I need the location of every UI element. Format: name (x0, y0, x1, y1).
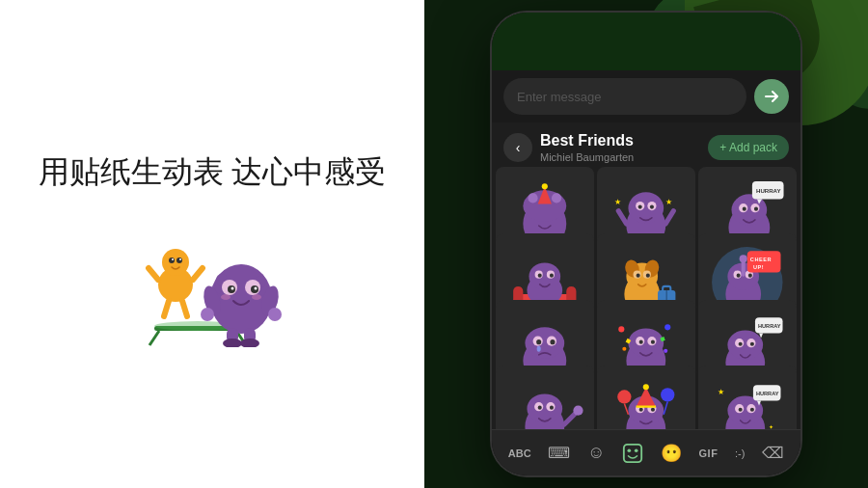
sticker-cell[interactable] (496, 366, 594, 429)
keyboard-toolbar: ABC ⌨ ☺ 😶 (492, 429, 800, 475)
toolbar-gif[interactable]: GIF (693, 444, 724, 463)
svg-point-45 (624, 13, 746, 56)
svg-point-156 (643, 385, 649, 391)
svg-point-24 (252, 294, 261, 300)
svg-point-120 (629, 328, 665, 358)
svg-line-146 (564, 413, 576, 424)
svg-point-27 (169, 258, 175, 263)
svg-text:★: ★ (718, 389, 724, 397)
svg-point-108 (740, 255, 747, 262)
sticker-recent-icon: ⌨ (548, 444, 570, 462)
stickers-icon (622, 443, 643, 464)
sticker-cell[interactable]: HURRAY ★ ✦ (698, 366, 797, 429)
svg-line-1 (149, 331, 159, 345)
svg-point-135 (739, 341, 743, 345)
svg-line-34 (182, 301, 187, 316)
svg-point-118 (537, 345, 541, 351)
svg-point-23 (221, 294, 231, 300)
svg-text:HURRAY: HURRAY (756, 392, 779, 397)
sticker-panel: ‹ Best Friends Michiel Baumgarten + Add … (492, 122, 800, 429)
svg-text:★: ★ (665, 198, 672, 206)
svg-rect-42 (492, 13, 800, 70)
svg-line-33 (164, 301, 169, 316)
svg-point-94 (637, 274, 640, 278)
svg-line-65 (665, 211, 673, 224)
svg-point-95 (646, 274, 650, 278)
svg-point-144 (538, 406, 542, 410)
toolbar-emoji-face[interactable]: 😶 (655, 439, 688, 468)
svg-point-130 (664, 349, 667, 353)
message-placeholder: Enter message (517, 90, 601, 104)
svg-point-159 (661, 389, 674, 402)
svg-text:HURRAY: HURRAY (756, 188, 781, 195)
svg-line-31 (149, 268, 158, 280)
svg-point-136 (750, 341, 754, 345)
svg-point-52 (529, 194, 538, 203)
svg-point-15 (223, 339, 242, 347)
sticker-grid: ★ ★ (492, 167, 800, 429)
svg-text:★: ★ (614, 198, 621, 206)
svg-line-160 (664, 402, 667, 415)
toolbar-sticker-recent[interactable]: ⌨ (542, 440, 576, 466)
svg-point-173 (628, 448, 632, 452)
svg-point-145 (550, 406, 554, 410)
toolbar-emoticon[interactable]: :-) (729, 444, 750, 463)
svg-point-123 (639, 339, 643, 343)
toolbar-stickers-active[interactable] (616, 439, 649, 468)
svg-point-29 (172, 258, 174, 260)
svg-text:✦: ✦ (769, 424, 773, 429)
toolbar-emoji[interactable]: ☺ (582, 439, 610, 467)
toolbar-backspace[interactable]: ⌫ (756, 440, 790, 466)
svg-point-87 (550, 274, 554, 278)
svg-point-26 (162, 249, 189, 276)
svg-point-30 (179, 258, 181, 260)
svg-point-44 (728, 13, 800, 51)
svg-text:CHEER: CHEER (750, 257, 772, 262)
svg-point-152 (639, 408, 643, 412)
svg-point-53 (552, 194, 561, 203)
toolbar-keyboard[interactable]: ABC (502, 444, 537, 463)
svg-point-21 (231, 287, 234, 290)
chinese-headline: 用贴纸生动表 达心中感受 (39, 150, 387, 194)
svg-text:HURRAY: HURRAY (758, 323, 781, 329)
phone-frame: Enter message ‹ (492, 13, 800, 475)
svg-point-117 (551, 339, 556, 344)
svg-point-43 (666, 13, 800, 70)
left-panel: 用贴纸生动表 达心中感受 (0, 0, 424, 488)
sticker-cell[interactable] (597, 366, 695, 429)
svg-point-11 (201, 308, 214, 321)
svg-point-113 (526, 327, 565, 359)
add-pack-button[interactable]: + Add pack (708, 135, 789, 160)
svg-point-116 (536, 339, 541, 344)
svg-line-64 (618, 211, 626, 224)
svg-line-158 (625, 404, 629, 415)
svg-point-165 (739, 408, 743, 412)
svg-point-174 (635, 448, 638, 452)
svg-point-74 (743, 207, 746, 211)
svg-point-132 (728, 330, 764, 360)
svg-rect-172 (624, 444, 641, 461)
message-input-area: Enter message (492, 70, 800, 122)
svg-point-59 (629, 193, 665, 225)
svg-point-147 (574, 406, 583, 416)
right-panel: Enter message ‹ (424, 0, 868, 488)
keyboard-label: ABC (508, 447, 531, 459)
pack-info: Best Friends Michiel Baumgarten (540, 132, 708, 163)
svg-point-40 (801, 0, 868, 122)
svg-point-129 (623, 346, 627, 350)
svg-point-28 (176, 258, 182, 263)
svg-line-32 (193, 268, 203, 280)
svg-point-75 (754, 207, 758, 211)
svg-point-126 (665, 324, 670, 330)
svg-point-22 (255, 287, 258, 290)
send-button[interactable] (754, 79, 789, 114)
svg-point-125 (618, 326, 624, 332)
svg-point-153 (651, 408, 655, 412)
emoticon-label: :-) (735, 447, 745, 459)
back-button[interactable]: ‹ (503, 133, 532, 162)
backspace-icon: ⌫ (762, 444, 784, 462)
message-input-row: Enter message (503, 78, 789, 115)
sticker-illustration (125, 222, 299, 338)
svg-point-63 (650, 205, 654, 209)
pack-author: Michiel Baumgarten (540, 151, 708, 163)
